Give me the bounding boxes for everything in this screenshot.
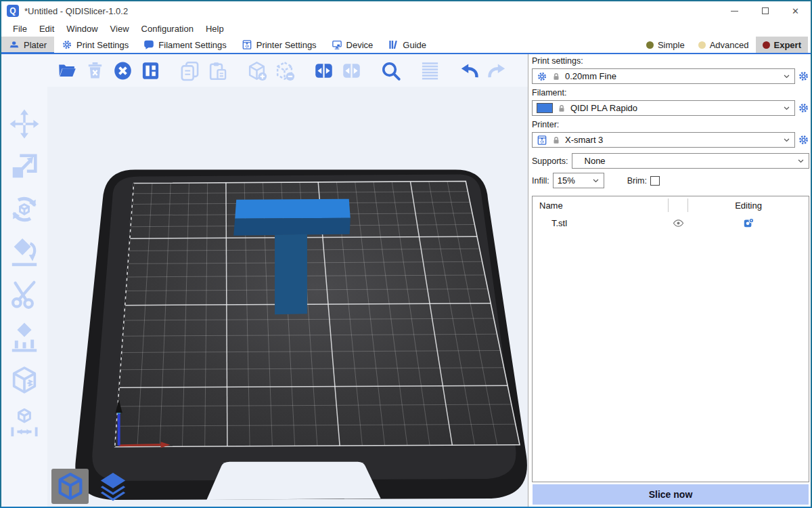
print-settings-label: Print settings: [532, 56, 809, 67]
mode-selector: Simple Advanced Expert [639, 37, 811, 53]
edit-filament-button[interactable] [798, 102, 809, 114]
infill-label: Infill: [532, 176, 549, 186]
editor-cube-icon [55, 471, 86, 502]
editor-view-button[interactable] [51, 469, 89, 504]
preview-view-button[interactable] [94, 469, 131, 504]
lock-icon [551, 72, 561, 81]
maximize-icon [762, 7, 769, 14]
chevron-down-icon [782, 135, 792, 145]
left-tool-column [1, 54, 47, 507]
preview-layers-icon [97, 471, 129, 502]
undo-button[interactable] [457, 59, 480, 82]
filament-label: Filament: [532, 88, 809, 99]
open-button[interactable] [55, 59, 78, 82]
edit-printer-button[interactable] [798, 134, 809, 146]
gear-icon [537, 71, 547, 82]
delete-button[interactable] [83, 59, 106, 82]
print-settings-value: 0.20mm Fine [565, 71, 616, 81]
slice-now-button[interactable]: Slice now [533, 484, 809, 505]
menu-bar: File Edit Window View Configuration Help [1, 20, 811, 37]
rotate-tool-icon[interactable] [9, 194, 40, 225]
infill-combo[interactable]: 15% [553, 173, 604, 188]
redo-button[interactable] [485, 59, 508, 82]
app-window: Q *Untitled - QIDISlicer-1.0.2 ✕ File Ed… [0, 0, 812, 508]
guide-books-icon [388, 39, 399, 50]
supports-value: None [577, 156, 606, 166]
tab-bar: Plater Print Settings Filament Settings … [1, 37, 811, 54]
simple-dot-icon [646, 41, 654, 49]
tab-print-settings[interactable]: Print Settings [54, 37, 136, 53]
supports-combo[interactable]: None [572, 153, 809, 169]
printer-combo[interactable]: X-smart 3 [532, 132, 795, 148]
scale-tool-icon[interactable] [9, 151, 40, 182]
menu-view[interactable]: View [104, 22, 135, 35]
object-list: Name Editing T.stl [532, 196, 809, 482]
filament-combo[interactable]: QIDI PLA Rapido [532, 100, 795, 116]
tab-plater[interactable]: Plater [1, 37, 54, 53]
paint-supports-tool-icon[interactable] [9, 322, 40, 353]
split-to-objects-button[interactable] [312, 59, 335, 82]
paste-button[interactable] [206, 59, 229, 82]
split-to-parts-button[interactable] [340, 59, 363, 82]
minimize-icon [731, 11, 738, 12]
printer-value: X-smart 3 [565, 135, 603, 145]
gear-icon [62, 39, 72, 50]
add-instance-button[interactable] [245, 59, 268, 82]
search-button[interactable] [379, 59, 402, 82]
chevron-down-icon [591, 175, 601, 186]
viewport-3d[interactable] [47, 54, 528, 507]
menu-help[interactable]: Help [200, 22, 230, 35]
viewport-toolbar [47, 54, 528, 87]
menu-edit[interactable]: Edit [33, 22, 60, 35]
eye-icon[interactable] [673, 217, 684, 229]
table-row[interactable]: T.stl [533, 214, 809, 232]
print-settings-combo[interactable]: 0.20mm Fine [532, 68, 795, 84]
copy-button[interactable] [178, 59, 201, 82]
editing-column-header: Editing [688, 200, 809, 211]
build-plate-scene[interactable] [47, 54, 528, 507]
tab-filament-settings[interactable]: Filament Settings [136, 37, 233, 53]
filament-icon [143, 39, 154, 50]
edit-object-icon[interactable] [743, 217, 754, 229]
filament-color-swatch [537, 103, 553, 113]
arrange-button[interactable] [139, 59, 162, 82]
mode-advanced[interactable]: Advanced [692, 37, 756, 53]
place-on-face-tool-icon[interactable] [9, 236, 40, 268]
filament-value: QIDI PLA Rapido [570, 103, 637, 113]
brim-checkbox[interactable] [650, 176, 660, 186]
mode-expert[interactable]: Expert [756, 37, 808, 53]
cut-tool-icon[interactable] [9, 279, 40, 310]
chevron-down-icon [782, 71, 792, 81]
chevron-down-icon [796, 156, 806, 166]
tab-device[interactable]: Device [324, 37, 381, 53]
tab-guide[interactable]: Guide [380, 37, 434, 53]
advanced-dot-icon [698, 41, 706, 49]
device-monitor-icon [332, 39, 342, 50]
menu-file[interactable]: File [7, 22, 33, 35]
plater-bed-icon [9, 39, 20, 50]
view-toggles [51, 469, 131, 504]
move-tool-icon[interactable] [9, 108, 40, 140]
printer-icon [242, 39, 252, 50]
measure-tool-icon[interactable] [9, 407, 40, 438]
expert-dot-icon [763, 41, 770, 49]
name-column-header: Name [533, 200, 668, 211]
menu-configuration[interactable]: Configuration [135, 22, 200, 35]
infill-value: 15% [558, 175, 575, 186]
menu-window[interactable]: Window [60, 22, 104, 35]
app-logo-icon: Q [7, 5, 19, 17]
mode-simple[interactable]: Simple [639, 37, 692, 53]
edit-print-settings-button[interactable] [798, 70, 809, 82]
close-button[interactable]: ✕ [780, 1, 811, 20]
brim-label: Brim: [627, 176, 647, 186]
tab-printer-settings[interactable]: Printer Settings [234, 37, 324, 53]
seam-painting-tool-icon[interactable] [9, 364, 40, 396]
maximize-button[interactable] [750, 1, 780, 20]
delete-all-button[interactable] [111, 59, 134, 82]
lock-icon [551, 135, 561, 145]
window-title: *Untitled - QIDISlicer-1.0.2 [24, 6, 128, 16]
minimize-button[interactable] [719, 1, 750, 20]
remove-instance-button[interactable] [273, 59, 296, 82]
variable-layer-height-button[interactable] [418, 59, 441, 82]
supports-label: Supports: [532, 156, 568, 166]
